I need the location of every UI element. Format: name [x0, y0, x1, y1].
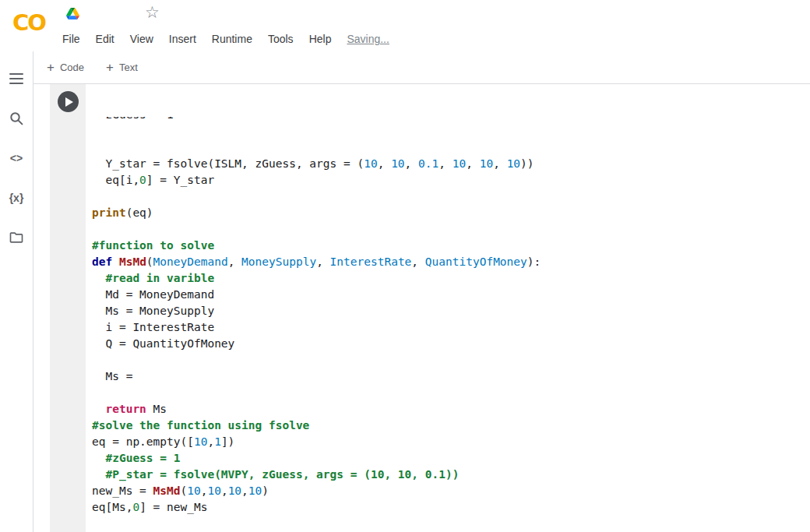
plus-icon: + — [106, 61, 114, 74]
code-line[interactable]: #read in varible — [92, 270, 810, 287]
code-line[interactable]: Y_star = fsolve(ISLM, zGuess, args = (10… — [92, 156, 810, 172]
add-code-label: Code — [60, 62, 84, 73]
code-line[interactable]: Ms = MoneySupply — [92, 303, 810, 319]
code-line[interactable]: Ms = — [92, 368, 810, 385]
code-line[interactable] — [92, 352, 810, 368]
code-line[interactable]: #P_star = fsolve(MVPY, zGuess, args = (1… — [92, 467, 810, 483]
colab-app: CO ☆ FileEditViewInsertRuntimeToolsHelp … — [0, 0, 810, 532]
code-line[interactable]: #function to solve — [92, 238, 810, 254]
code-editor[interactable]: zGuess = 1 Y_star = fsolve(ISLM, zGuess,… — [92, 84, 810, 532]
menu-list: FileEditViewInsertRuntimeToolsHelp — [55, 33, 339, 45]
code-line[interactable]: Md = MoneyDemand — [92, 287, 810, 303]
menu-help[interactable]: Help — [301, 33, 340, 45]
code-line[interactable]: eq = np.empty([10,1]) — [92, 434, 810, 450]
code-line[interactable]: i = InterestRate — [92, 319, 810, 336]
table-of-contents-icon[interactable] — [9, 72, 24, 86]
drive-icon[interactable] — [66, 8, 79, 19]
menu-file[interactable]: File — [55, 33, 88, 45]
clipped-code-line: zGuess = 1 — [92, 117, 810, 123]
code-line[interactable]: Q = QuantityOfMoney — [92, 336, 810, 352]
code-cell: zGuess = 1 Y_star = fsolve(ISLM, zGuess,… — [50, 84, 810, 532]
left-sidebar: <> {x} — [0, 51, 33, 532]
code-lines: Y_star = fsolve(ISLM, zGuess, args = (10… — [92, 156, 810, 532]
menu-runtime[interactable]: Runtime — [204, 33, 260, 45]
code-line[interactable]: print(eq) — [92, 205, 810, 221]
code-line[interactable]: new_Ms = MsMd(10,10,10,10) — [92, 483, 810, 499]
add-text-button[interactable]: + Text — [106, 61, 138, 74]
code-line[interactable] — [92, 188, 810, 205]
colab-logo[interactable]: CO — [12, 9, 45, 36]
code-snippets-icon[interactable]: <> — [9, 151, 24, 165]
code-line[interactable]: #zGuess = 1 — [92, 450, 810, 467]
code-line[interactable]: #solve the function using fsolve — [92, 417, 810, 434]
menubar: FileEditViewInsertRuntimeToolsHelp Savin… — [55, 28, 389, 50]
variables-icon[interactable]: {x} — [9, 191, 24, 205]
star-icon[interactable]: ☆ — [145, 3, 160, 22]
code-line[interactable]: zGuess = 1 — [92, 117, 810, 123]
run-cell-button[interactable] — [58, 91, 79, 112]
code-line[interactable]: eq[Ms,0] = new_Ms — [92, 499, 810, 516]
add-text-label: Text — [119, 62, 138, 73]
cell-toolbar: + Code + Text — [33, 51, 810, 84]
files-icon[interactable] — [9, 231, 24, 245]
code-line[interactable] — [92, 221, 810, 238]
menu-insert[interactable]: Insert — [161, 33, 204, 45]
menu-view[interactable]: View — [122, 33, 161, 45]
code-line[interactable]: return Ms — [92, 401, 810, 417]
cell-gutter — [50, 84, 86, 532]
menu-edit[interactable]: Edit — [88, 33, 122, 45]
code-line[interactable] — [92, 516, 810, 532]
code-line[interactable]: def MsMd(MoneyDemand, MoneySupply, Inter… — [92, 254, 810, 270]
app-header: CO ☆ FileEditViewInsertRuntimeToolsHelp … — [0, 0, 810, 51]
autosave-status: Saving... — [347, 33, 389, 45]
add-code-button[interactable]: + Code — [47, 61, 84, 74]
search-icon[interactable] — [9, 111, 24, 125]
code-line[interactable]: eq[i,0] = Y_star — [92, 172, 810, 188]
play-icon — [65, 97, 73, 107]
menu-tools[interactable]: Tools — [260, 33, 301, 45]
code-line[interactable] — [92, 385, 810, 401]
plus-icon: + — [47, 61, 55, 74]
